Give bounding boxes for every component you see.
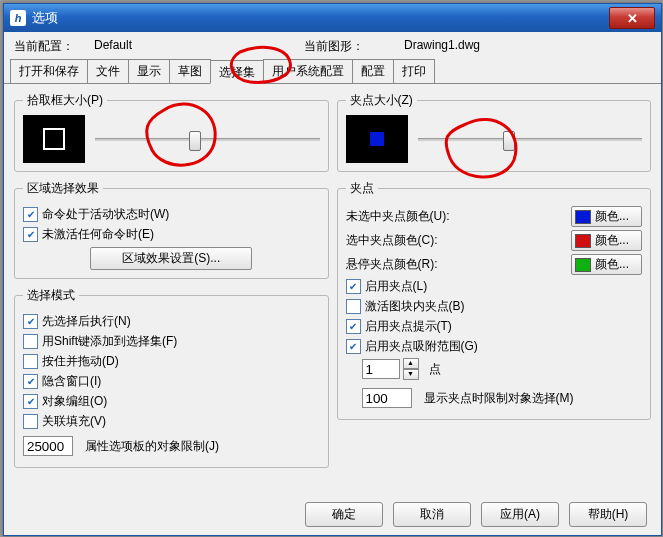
gripsize-preview: [346, 115, 408, 163]
pickbox-group: 拾取框大小(P): [14, 92, 329, 172]
gripsize-legend: 夹点大小(Z): [346, 92, 417, 109]
current-config-value: Default: [94, 38, 304, 55]
gripsize-slider[interactable]: [418, 129, 643, 149]
chk-implied-window[interactable]: [23, 374, 38, 389]
ok-button[interactable]: 确定: [305, 502, 383, 527]
pickbox-legend: 拾取框大小(P): [23, 92, 107, 109]
tab-files[interactable]: 文件: [87, 59, 129, 83]
lbl-shift-add: 用Shift键添加到选择集(F): [42, 333, 177, 350]
right-column: 夹点大小(Z) 夹点 未选中夹点颜色(U): 颜色...: [337, 92, 652, 468]
unselected-grip-color-button[interactable]: 颜色...: [571, 206, 642, 227]
app-icon: h: [10, 10, 26, 26]
options-dialog: h 选项 ✕ 当前配置： Default 当前图形： Drawing1.dwg …: [3, 3, 662, 536]
left-column: 拾取框大小(P) 区域选择效果 命令处于活动状态时(W) 未激活任何命令时(E)…: [14, 92, 329, 468]
gripsize-group: 夹点大小(Z): [337, 92, 652, 172]
chk-shift-add[interactable]: [23, 334, 38, 349]
dialog-buttons: 确定 取消 应用(A) 帮助(H): [305, 502, 647, 527]
lbl-object-group: 对象编组(O): [42, 393, 107, 410]
lbl-grips-in-blocks: 激活图块内夹点(B): [365, 298, 465, 315]
chk-press-drag[interactable]: [23, 354, 38, 369]
selection-mode-group: 选择模式 先选择后执行(N) 用Shift键添加到选择集(F) 按住并拖动(D)…: [14, 287, 329, 468]
selection-mode-legend: 选择模式: [23, 287, 79, 304]
pickbox-slider[interactable]: [95, 129, 320, 149]
prop-palette-limit-label: 属性选项板的对象限制(J): [85, 438, 219, 455]
cancel-button[interactable]: 取消: [393, 502, 471, 527]
tab-profiles[interactable]: 配置: [352, 59, 394, 83]
lbl-grip-tips: 启用夹点提示(T): [365, 318, 452, 335]
region-settings-button[interactable]: 区域效果设置(S)...: [90, 247, 252, 270]
region-effect-group: 区域选择效果 命令处于活动状态时(W) 未激活任何命令时(E) 区域效果设置(S…: [14, 180, 329, 279]
grip-snap-spinner[interactable]: ▲▼: [403, 358, 419, 380]
chk-noun-verb[interactable]: [23, 314, 38, 329]
grips-legend: 夹点: [346, 180, 378, 197]
current-drawing-value: Drawing1.dwg: [404, 38, 480, 55]
grip-snap-value-input[interactable]: [362, 359, 400, 379]
grips-group: 夹点 未选中夹点颜色(U): 颜色... 选中夹点颜色(C): 颜色... 悬停…: [337, 180, 652, 420]
help-button[interactable]: 帮助(H): [569, 502, 647, 527]
chk-grip-snap-range[interactable]: [346, 339, 361, 354]
unselected-grip-color-label: 未选中夹点颜色(U):: [346, 208, 572, 225]
client-area: 当前配置： Default 当前图形： Drawing1.dwg 打开和保存 文…: [4, 32, 661, 535]
chk-assoc-hatch[interactable]: [23, 414, 38, 429]
hover-grip-color-label: 悬停夹点颜色(R):: [346, 256, 572, 273]
lbl-cmd-active: 命令处于活动状态时(W): [42, 206, 169, 223]
close-button[interactable]: ✕: [609, 7, 655, 29]
title-bar: h 选项 ✕: [4, 4, 661, 32]
tab-user-pref[interactable]: 用户系统配置: [263, 59, 353, 83]
tab-selection[interactable]: 选择集: [210, 60, 264, 84]
grip-object-limit-input[interactable]: [362, 388, 412, 408]
tab-print[interactable]: 打印: [393, 59, 435, 83]
tab-body: 拾取框大小(P) 区域选择效果 命令处于活动状态时(W) 未激活任何命令时(E)…: [4, 84, 661, 474]
tab-strip: 打开和保存 文件 显示 草图 选择集 用户系统配置 配置 打印: [4, 59, 661, 84]
tab-open-save[interactable]: 打开和保存: [10, 59, 88, 83]
grip-snap-unit: 点: [429, 361, 441, 378]
selected-grip-color-button[interactable]: 颜色...: [571, 230, 642, 251]
info-row: 当前配置： Default 当前图形： Drawing1.dwg: [4, 32, 661, 57]
hover-grip-color-button[interactable]: 颜色...: [571, 254, 642, 275]
lbl-cmd-inactive: 未激活任何命令时(E): [42, 226, 154, 243]
lbl-grip-snap-range: 启用夹点吸附范围(G): [365, 338, 478, 355]
chk-cmd-inactive[interactable]: [23, 227, 38, 242]
current-drawing-label: 当前图形：: [304, 38, 404, 55]
window-title: 选项: [32, 9, 609, 27]
chk-enable-grips[interactable]: [346, 279, 361, 294]
tab-drafting[interactable]: 草图: [169, 59, 211, 83]
current-config-label: 当前配置：: [14, 38, 94, 55]
lbl-assoc-hatch: 关联填充(V): [42, 413, 106, 430]
tab-display[interactable]: 显示: [128, 59, 170, 83]
chk-cmd-active[interactable]: [23, 207, 38, 222]
region-effect-legend: 区域选择效果: [23, 180, 103, 197]
pickbox-preview: [23, 115, 85, 163]
lbl-enable-grips: 启用夹点(L): [365, 278, 428, 295]
grip-object-limit-label: 显示夹点时限制对象选择(M): [424, 390, 574, 407]
chk-grips-in-blocks[interactable]: [346, 299, 361, 314]
lbl-press-drag: 按住并拖动(D): [42, 353, 119, 370]
chk-grip-tips[interactable]: [346, 319, 361, 334]
lbl-implied-window: 隐含窗口(I): [42, 373, 101, 390]
prop-palette-limit-input[interactable]: [23, 436, 73, 456]
lbl-noun-verb: 先选择后执行(N): [42, 313, 131, 330]
apply-button[interactable]: 应用(A): [481, 502, 559, 527]
selected-grip-color-label: 选中夹点颜色(C):: [346, 232, 572, 249]
chk-object-group[interactable]: [23, 394, 38, 409]
